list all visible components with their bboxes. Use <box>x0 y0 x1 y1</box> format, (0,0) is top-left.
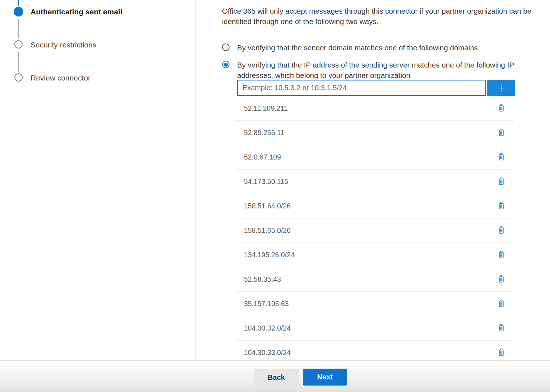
stepper-connector <box>18 19 19 38</box>
radio-button-selected[interactable] <box>222 61 230 68</box>
next-button[interactable]: Next <box>303 369 347 386</box>
trash-icon <box>497 250 506 259</box>
ip-address-row: 104.30.32.0/24 <box>236 316 514 341</box>
ip-address-value: 54.173.50.115 <box>244 177 288 186</box>
delete-ip-button[interactable] <box>494 272 509 287</box>
ip-address-row: 158.51.64.0/26 <box>236 194 514 218</box>
add-ip-button[interactable] <box>487 80 515 96</box>
trash-icon <box>497 324 506 333</box>
option-verify-ip-address[interactable]: By verifying that the IP address of the … <box>222 60 531 80</box>
trash-icon <box>497 128 506 137</box>
ip-address-list: 52.11.209.211 52.89.255.11 52.0.67.109 <box>236 96 514 360</box>
radio-label-sender-domain: By verifying that the sender domain matc… <box>237 42 478 53</box>
delete-ip-button[interactable] <box>494 174 509 189</box>
trash-icon <box>497 275 506 284</box>
ip-address-value: 104.30.33.0/24 <box>244 349 291 357</box>
ip-address-value: 35.157.195.63 <box>244 300 289 308</box>
ip-address-input[interactable] <box>237 80 486 96</box>
ip-address-row: 52.11.209.211 <box>236 96 514 121</box>
step-indicator-review-connector <box>14 73 23 82</box>
ip-address-value: 52.58.35.43 <box>244 275 281 283</box>
add-icon <box>496 83 507 93</box>
ip-address-value: 104.30.32.0/24 <box>244 324 291 332</box>
radio-button-unselected[interactable] <box>222 43 230 51</box>
ip-address-value: 134.195.26.0/24 <box>244 251 295 259</box>
step-indicator-security-restrictions <box>14 40 23 49</box>
delete-ip-button[interactable] <box>494 223 509 238</box>
radio-label-ip-address: By verifying that the IP address of the … <box>237 60 531 80</box>
option-verify-sender-domain[interactable]: By verifying that the sender domain matc… <box>222 42 478 53</box>
wizard-step-content: Office 365 will only accept messages thr… <box>196 0 550 360</box>
trash-icon <box>497 104 506 113</box>
stepper-progress-line <box>18 0 19 6</box>
step-label-authenticating-sent-email: Authenticating sent email <box>31 8 123 16</box>
wizard-stepper: Authenticating sent email Security restr… <box>0 0 196 360</box>
ip-address-value: 158.51.64.0/26 <box>244 202 291 210</box>
trash-icon <box>497 177 506 186</box>
trash-icon <box>497 299 506 308</box>
delete-ip-button[interactable] <box>494 296 509 312</box>
stepper-connector <box>18 52 19 72</box>
step-description: Office 365 will only accept messages thr… <box>222 6 550 27</box>
trash-icon <box>497 226 506 235</box>
ip-address-row: 52.0.67.109 <box>236 145 514 170</box>
delete-ip-button[interactable] <box>494 345 509 360</box>
trash-icon <box>497 202 506 211</box>
ip-address-value: 52.0.67.109 <box>244 153 281 161</box>
ip-address-row: 104.30.33.0/24 <box>236 341 514 360</box>
delete-ip-button[interactable] <box>494 248 509 263</box>
ip-address-row: 52.89.255.11 <box>236 121 514 145</box>
trash-icon <box>497 348 506 357</box>
delete-ip-button[interactable] <box>494 101 509 116</box>
delete-ip-button[interactable] <box>494 199 509 214</box>
ip-address-value: 52.89.255.11 <box>244 129 284 137</box>
ip-address-value: 52.11.209.211 <box>244 104 288 112</box>
ip-address-value: 158.51.65.0/26 <box>244 226 291 235</box>
connector-wizard: Authenticating sent email Security restr… <box>0 0 550 392</box>
step-indicator-authenticating-sent-email <box>14 7 23 17</box>
step-label-security-restrictions: Security restrictions <box>31 41 96 49</box>
back-button[interactable]: Back <box>254 369 299 386</box>
delete-ip-button[interactable] <box>494 125 509 140</box>
ip-address-row: 35.157.195.63 <box>236 292 514 316</box>
ip-address-row: 52.58.35.43 <box>236 267 514 292</box>
trash-icon <box>497 153 506 162</box>
ip-address-row: 134.195.26.0/24 <box>236 243 514 267</box>
ip-address-row: 54.173.50.115 <box>236 170 514 194</box>
delete-ip-button[interactable] <box>494 321 509 336</box>
ip-entry-row <box>237 80 515 96</box>
wizard-footer: Back Next <box>0 360 550 392</box>
step-label-review-connector: Review connector <box>31 74 91 82</box>
ip-address-row: 158.51.65.0/26 <box>236 218 514 243</box>
delete-ip-button[interactable] <box>494 150 509 165</box>
